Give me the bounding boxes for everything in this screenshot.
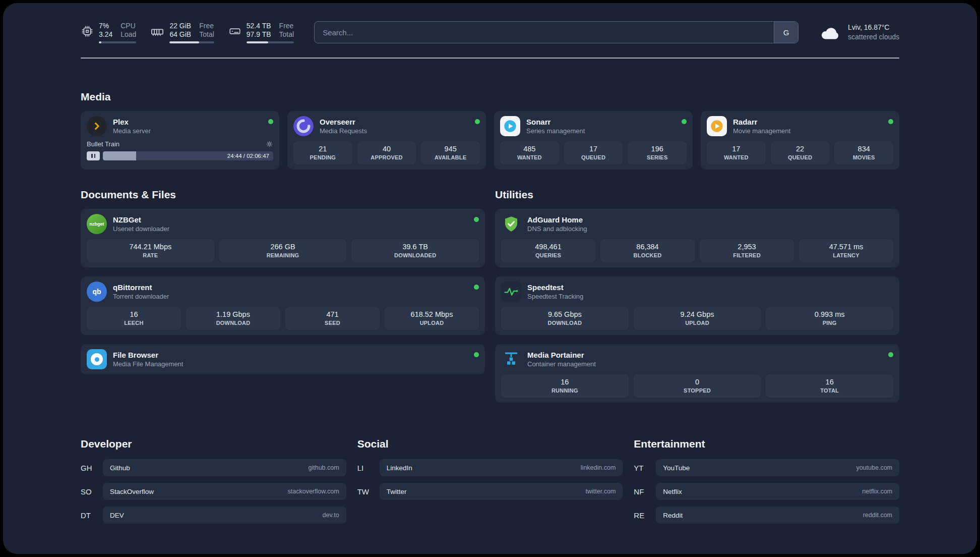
status-dot bbox=[474, 217, 479, 222]
bookmark-netflix[interactable]: NF Netflix netflix.com bbox=[634, 483, 899, 500]
playback-progress-bar: 24:44 / 02:06:47 bbox=[103, 151, 273, 160]
status-dot bbox=[474, 285, 479, 290]
bookmark-url: linkedin.com bbox=[581, 464, 616, 471]
service-name: Plex bbox=[113, 118, 151, 126]
plex-icon bbox=[87, 116, 107, 136]
bookmark-name: DEV bbox=[110, 512, 124, 519]
bookmark-abbr: RE bbox=[634, 511, 656, 520]
stat-tile: 1.19 Gbps DOWNLOAD bbox=[186, 307, 280, 330]
bookmark-group-entertainment: Entertainment YT YouTube youtube.com NF … bbox=[634, 438, 899, 530]
service-card-adguard[interactable]: AdGuard Home DNS and adblocking 498,461 … bbox=[495, 209, 899, 267]
memory-total-value: 64 GiB bbox=[169, 30, 191, 39]
speedtest-icon bbox=[501, 282, 521, 302]
overseerr-icon bbox=[293, 116, 314, 136]
cloud-icon bbox=[819, 23, 842, 41]
cpu-widget: 7% CPU 3.24 Load bbox=[81, 22, 136, 43]
stat-tile: 196 SERIES bbox=[628, 141, 687, 164]
bookmark-twitter[interactable]: TW Twitter twitter.com bbox=[357, 483, 623, 500]
service-card-sonarr[interactable]: Sonarr Series management 485 WANTED 17 Q… bbox=[494, 111, 693, 170]
service-card-filebrowser[interactable]: File Browser Media File Management bbox=[81, 344, 485, 374]
service-card-overseerr[interactable]: Overseerr Media Requests 21 PENDING 40 A… bbox=[287, 111, 486, 170]
stat-tile: 39.6 TB DOWNLOADED bbox=[351, 239, 479, 262]
stat-tile: 40 APPROVED bbox=[357, 141, 416, 164]
service-name: Speedtest bbox=[527, 283, 583, 292]
cpu-progress-bar bbox=[99, 41, 136, 43]
search-bar: G bbox=[314, 21, 799, 43]
bookmark-youtube[interactable]: YT YouTube youtube.com bbox=[634, 459, 899, 476]
service-name: qBittorrent bbox=[113, 283, 169, 292]
disk-total-value: 97.9 TB bbox=[247, 30, 271, 39]
stat-tile: 21 PENDING bbox=[293, 141, 352, 164]
bookmark-name: Reddit bbox=[663, 512, 683, 519]
search-provider-button[interactable]: G bbox=[774, 22, 798, 43]
disk-icon bbox=[228, 25, 241, 40]
status-dot bbox=[268, 119, 273, 124]
stat-tile: 471 SEED bbox=[285, 307, 380, 330]
gear-icon[interactable] bbox=[266, 140, 273, 148]
bookmark-reddit[interactable]: RE Reddit reddit.com bbox=[634, 507, 899, 524]
bookmark-linkedin[interactable]: LI LinkedIn linkedin.com bbox=[357, 459, 623, 476]
stat-tile: 266 GB REMAINING bbox=[219, 239, 347, 262]
bookmark-dev[interactable]: DT DEV dev.to bbox=[81, 507, 346, 524]
status-dot bbox=[888, 119, 893, 124]
now-playing-title: Bullet Train bbox=[87, 140, 119, 148]
service-card-plex[interactable]: Plex Media server Bullet Train bbox=[81, 111, 279, 170]
service-card-qbittorrent[interactable]: qb qBittorrent Torrent downloader 16 LEE… bbox=[81, 276, 485, 335]
bookmark-name: YouTube bbox=[663, 464, 690, 472]
stat-tile: 47.571 ms LATENCY bbox=[799, 239, 893, 262]
memory-free-label: Free bbox=[199, 22, 214, 30]
top-bar: 7% CPU 3.24 Load 22 GiB Free 6 bbox=[81, 21, 899, 43]
bookmark-name: Twitter bbox=[387, 488, 407, 495]
service-subtitle: Movie management bbox=[733, 127, 790, 135]
stat-tile: 9.24 Gbps UPLOAD bbox=[634, 307, 761, 330]
bookmark-group-social: Social LI LinkedIn linkedin.com TW Twitt… bbox=[357, 438, 623, 507]
service-name: Overseerr bbox=[320, 118, 367, 126]
bookmark-group-developer: Developer GH Github github.com SO StackO… bbox=[81, 438, 346, 530]
search-input[interactable] bbox=[315, 22, 774, 43]
service-card-radarr[interactable]: Radarr Movie management 17 WANTED 22 QUE… bbox=[701, 111, 899, 170]
service-name: NZBGet bbox=[113, 215, 169, 224]
memory-free-value: 22 GiB bbox=[169, 22, 191, 30]
service-name: Radarr bbox=[733, 118, 790, 126]
bookmark-url: netflix.com bbox=[862, 488, 892, 495]
memory-total-label: Total bbox=[199, 30, 214, 39]
stat-tile: 86,384 BLOCKED bbox=[600, 239, 695, 262]
disk-free-value: 52.4 TB bbox=[247, 22, 271, 30]
bookmark-stackoverflow[interactable]: SO StackOverflow stackoverflow.com bbox=[81, 483, 346, 500]
pause-button[interactable] bbox=[87, 151, 100, 160]
sonarr-icon bbox=[500, 116, 520, 136]
service-subtitle: Torrent downloader bbox=[113, 293, 169, 300]
bookmark-abbr: TW bbox=[357, 487, 380, 496]
stat-tile: 16 TOTAL bbox=[766, 374, 893, 398]
bookmark-name: LinkedIn bbox=[387, 464, 412, 472]
weather-condition: scattered clouds bbox=[848, 32, 899, 42]
social-section-heading: Social bbox=[357, 438, 623, 450]
service-card-speedtest[interactable]: Speedtest Speedtest Tracking 9.65 Gbps D… bbox=[495, 276, 899, 335]
stat-tile: 945 AVAILABLE bbox=[421, 141, 480, 164]
bookmark-github[interactable]: GH Github github.com bbox=[81, 459, 346, 476]
bookmark-abbr: DT bbox=[81, 511, 103, 520]
stat-tile: 2,953 FILTERED bbox=[700, 239, 794, 262]
stat-tile: 834 MOVIES bbox=[834, 141, 893, 164]
stat-tile: 0.993 ms PING bbox=[766, 307, 893, 330]
service-card-nzbget[interactable]: nzbget NZBGet Usenet downloader 744.21 M… bbox=[81, 209, 485, 267]
stat-tile: 0 STOPPED bbox=[634, 374, 761, 398]
service-name: Sonarr bbox=[526, 118, 585, 126]
weather-location: Lviv, 16.87°C bbox=[848, 23, 899, 32]
bookmark-url: github.com bbox=[309, 464, 339, 471]
top-divider bbox=[81, 58, 899, 59]
dashboard: 7% CPU 3.24 Load 22 GiB Free 6 bbox=[3, 3, 977, 554]
memory-progress-bar bbox=[169, 41, 214, 43]
bookmark-url: dev.to bbox=[323, 512, 339, 519]
service-subtitle: Speedtest Tracking bbox=[527, 293, 583, 300]
entertainment-section-heading: Entertainment bbox=[634, 438, 899, 450]
service-subtitle: Media File Management bbox=[113, 360, 183, 368]
status-dot bbox=[474, 352, 479, 357]
cpu-load-label: Load bbox=[120, 30, 136, 39]
service-subtitle: Media Requests bbox=[320, 127, 367, 135]
cpu-load-value: 3.24 bbox=[99, 30, 112, 39]
radarr-icon bbox=[707, 116, 727, 136]
service-name: Media Portainer bbox=[527, 351, 596, 359]
service-card-portainer[interactable]: Media Portainer Container management 16 … bbox=[495, 344, 899, 403]
service-subtitle: DNS and adblocking bbox=[527, 225, 587, 233]
